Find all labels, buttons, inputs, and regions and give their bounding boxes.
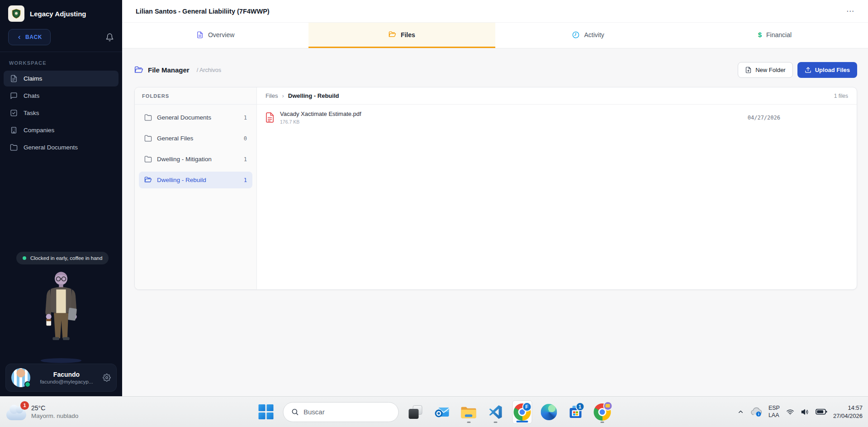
- folders-column: FOLDERS General Documents 1: [135, 87, 257, 289]
- new-folder-label: New Folder: [755, 67, 785, 73]
- weather-text: 25°C Mayorm. nublado: [31, 404, 78, 419]
- chevron-left-icon: [17, 35, 22, 40]
- folder-name: General Documents: [157, 114, 211, 121]
- back-button-label: BACK: [25, 34, 42, 40]
- notification-badge: 1: [20, 401, 29, 410]
- volume-icon[interactable]: [801, 408, 810, 416]
- tab-activity[interactable]: Activity: [495, 23, 682, 48]
- pdf-file-icon: [266, 112, 274, 123]
- folder-open-icon: [134, 66, 143, 75]
- language-line2: LAA: [768, 412, 780, 419]
- file-manager-actions: New Folder Upload Files: [738, 62, 857, 78]
- chat-bubble-icon: [10, 92, 18, 100]
- folder-count: 0: [244, 135, 247, 142]
- language-indicator[interactable]: ESP LAA: [768, 405, 780, 419]
- page-header: Lilian Santos - General Liabiliity (7F4W…: [122, 0, 868, 23]
- user-avatar: [11, 368, 30, 387]
- sidebar-item-claims[interactable]: Claims: [4, 71, 119, 86]
- new-folder-button[interactable]: New Folder: [738, 62, 792, 78]
- file-row[interactable]: Vacady Xactimate Estimate.pdf 176.7 KB 0…: [257, 105, 857, 130]
- taskbar-app-chrome-secondary[interactable]: [592, 400, 612, 424]
- upload-files-button[interactable]: Upload Files: [797, 62, 857, 78]
- content-area: File Manager / Archivos New Folder: [122, 48, 868, 290]
- wifi-icon[interactable]: [786, 408, 795, 416]
- taskbar-app-chrome-active[interactable]: F: [512, 400, 532, 424]
- files-breadcrumb-row: Files › Dwelling - Rebuild 1 files: [257, 87, 857, 105]
- upload-files-label: Upload Files: [815, 67, 850, 73]
- overview-doc-icon: [196, 31, 204, 38]
- chevron-right-icon: ›: [282, 92, 284, 99]
- back-button[interactable]: BACK: [8, 29, 51, 45]
- folder-icon: [144, 114, 152, 121]
- folder-icon: [144, 155, 152, 163]
- file-name: Vacady Xactimate Estimate.pdf: [280, 110, 361, 117]
- file-manager-title-group: File Manager / Archivos: [134, 66, 221, 75]
- taskbar-app-vscode[interactable]: [485, 400, 505, 424]
- breadcrumb-files-link[interactable]: Files: [266, 92, 278, 99]
- folder-item-dwelling-mitigation[interactable]: Dwelling - Mitigation 1: [139, 151, 252, 168]
- sidebar-item-general-documents[interactable]: General Documents: [4, 139, 119, 155]
- tab-files[interactable]: Files: [308, 23, 495, 48]
- user-email: facundo@mylegacyp...: [35, 379, 98, 384]
- tab-label: Overview: [208, 31, 234, 38]
- user-name: Facundo: [35, 371, 98, 378]
- files-folder-icon: [389, 31, 396, 38]
- screen: Legacy Adjusting BACK WORKSPACE Claims: [0, 0, 868, 427]
- sidebar: Legacy Adjusting BACK WORKSPACE Claims: [0, 0, 122, 396]
- notification-bell-icon[interactable]: [105, 33, 114, 42]
- chrome-profile-badge: F: [522, 402, 531, 412]
- clock-widget[interactable]: 14:57 27/04/2026: [833, 403, 863, 420]
- gear-icon[interactable]: [103, 374, 111, 382]
- files-column: Files › Dwelling - Rebuild 1 files Vacad…: [257, 87, 857, 289]
- file-plus-icon: [745, 67, 752, 73]
- sidebar-item-companies[interactable]: Companies: [4, 122, 119, 138]
- folder-count: 1: [244, 115, 247, 121]
- task-view-icon: [408, 405, 422, 419]
- folder-open-icon: [144, 176, 152, 184]
- breadcrumb: / Archivos: [197, 67, 221, 73]
- folder-item-general-files[interactable]: General Files 0: [139, 130, 252, 147]
- more-options-icon[interactable]: ⋯: [846, 6, 854, 16]
- weather-widget[interactable]: 1 25°C Mayorm. nublado: [6, 403, 78, 421]
- taskbar-app-store[interactable]: 1: [565, 400, 585, 424]
- folders-header: FOLDERS: [135, 87, 256, 105]
- outlook-icon: [434, 404, 450, 420]
- user-card[interactable]: Facundo facundo@mylegacyp...: [5, 364, 117, 392]
- files-count: 1 files: [834, 93, 848, 99]
- tasks-check-icon: [10, 109, 18, 117]
- sidebar-item-label: General Documents: [24, 144, 78, 151]
- taskbar-app-file-explorer[interactable]: [459, 400, 479, 424]
- file-manager-header: File Manager / Archivos New Folder: [134, 62, 857, 78]
- onedrive-icon[interactable]: i: [750, 407, 763, 417]
- taskbar-app-outlook[interactable]: [432, 400, 452, 424]
- breadcrumb-label: Archivos: [199, 67, 221, 73]
- folder-list: General Documents 1 General Files 0: [135, 105, 256, 197]
- tab-financial[interactable]: $ Financial: [682, 23, 868, 48]
- tab-label: Activity: [584, 31, 604, 38]
- tray-chevron-up-icon[interactable]: [737, 408, 744, 415]
- taskbar-search[interactable]: [283, 402, 398, 422]
- search-icon: [291, 408, 299, 416]
- online-status-icon: [24, 381, 31, 388]
- sidebar-item-label: Companies: [24, 127, 54, 134]
- start-button[interactable]: [256, 400, 276, 424]
- sidebar-item-chats[interactable]: Chats: [4, 88, 119, 104]
- status-dot-icon: [23, 256, 26, 260]
- weather-condition: Mayorm. nublado: [31, 413, 78, 419]
- file-date: 04/27/2026: [748, 115, 780, 121]
- folder-item-general-documents[interactable]: General Documents 1: [139, 109, 252, 126]
- workspace-label: WORKSPACE: [0, 52, 122, 69]
- search-input[interactable]: [304, 408, 390, 416]
- system-tray: i ESP LAA 14:57 27/04/2026: [737, 403, 863, 420]
- tab-overview[interactable]: Overview: [122, 23, 308, 48]
- taskbar-app-edge[interactable]: [539, 400, 559, 424]
- sidebar-item-tasks[interactable]: Tasks: [4, 105, 119, 121]
- battery-icon[interactable]: [816, 408, 827, 415]
- financial-dollar-icon: $: [758, 31, 762, 38]
- edge-icon: [541, 404, 557, 420]
- company-logo-icon: [8, 5, 24, 22]
- tab-bar: Overview Files Activity $ Financial: [122, 23, 868, 48]
- folder-item-dwelling-rebuild[interactable]: Dwelling - Rebuild 1: [139, 172, 252, 188]
- task-view-button[interactable]: [405, 400, 425, 424]
- breadcrumb-separator: /: [197, 67, 198, 73]
